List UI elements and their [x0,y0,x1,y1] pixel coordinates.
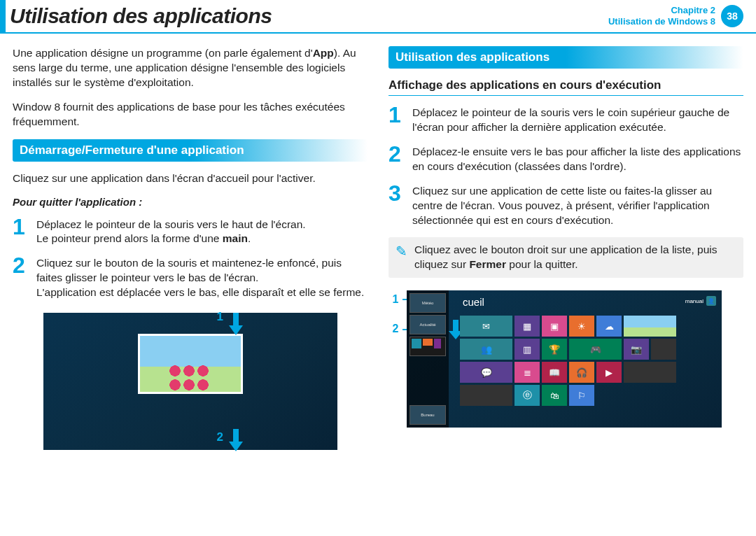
tile-games: 🎮 [569,339,622,360]
tile-mail: ✉ [460,316,512,337]
tile-desktop [624,316,676,337]
right-screenshot: Météo Actualité Bureau cueil manual 👤 ✉ … [407,290,722,428]
right-step-2: 2 Déplacez-le ensuite vers le bas pour a… [388,145,743,174]
step-text: Déplacez-le ensuite vers le bas pour aff… [412,145,743,174]
chapter-block: Chapitre 2 Utilisation de Windows 8 [608,5,715,28]
step-text: Cliquez sur une application de cette lis… [412,184,743,228]
app-switcher: Météo Actualité Bureau [407,290,449,428]
right-callouts: 1 2 [388,290,402,335]
left-step-1: 1 Déplacez le pointeur de la souris vers… [13,218,368,247]
callout-2: 2 [388,323,402,335]
step-number: 1 [13,218,29,237]
step-text: Déplacez le pointeur de la souris vers l… [412,106,743,135]
page-number-badge: 38 [721,5,743,27]
left-column: Une application désigne un programme (on… [13,46,368,450]
tile-blank [651,339,676,360]
tile-news: ≣ [514,362,540,383]
tile-camera: 📷 [624,339,649,360]
callout-1: 1 [388,293,402,306]
tile-skydrive: ☁ [596,316,622,337]
user-name: manual [685,298,704,304]
tile-calendar: ▦ [514,316,540,337]
note-text: Cliquez avec le bouton droit sur une app… [414,243,736,272]
tile-weather: ☀ [569,316,594,337]
tile-blank [460,385,512,406]
callout-1: 1 [217,310,223,324]
switcher-thumb: Météo [410,293,446,313]
left-step-2: 2 Cliquez sur le bouton de la souris et … [13,256,368,300]
tile-sport: 🏆 [542,339,567,360]
page-body: Une application désigne un programme (on… [0,34,756,456]
click-instruction: Cliquez sur une application dans l'écran… [13,171,368,186]
tile-reader: 📖 [542,362,567,383]
left-screenshot: 1 2 [43,313,337,450]
right-column: Utilisation des applications Affichage d… [388,46,743,450]
app-thumbnail [138,334,243,394]
step-number: 1 [388,106,405,125]
tile-video: ▶ [596,362,622,383]
chapter-line-1: Chapitre 2 [608,5,715,16]
switcher-thumb [410,337,446,356]
page-header: Utilisation des applications Chapitre 2 … [0,0,756,34]
start-tiles: ✉ ▦ ▣ ☀ ☁ 👥 ▥ 🏆 🎮 📷 💬 ≣ 📖 🎧 ▶ [460,316,676,406]
right-step-1: 1 Déplacez le pointeur de la souris vers… [388,106,743,135]
intro-paragraph-2: Window 8 fournit des applications de bas… [13,100,368,129]
step-text: Cliquez sur le bouton de la souris et ma… [36,256,368,300]
right-step-3: 3 Cliquez sur une application de cette l… [388,184,743,228]
arrow-down-icon [229,429,243,453]
step-number: 2 [13,256,29,275]
section-heading-start-close: Démarrage/Fermeture d'une application [13,139,368,162]
step-text: Déplacez le pointeur de la souris vers l… [36,218,368,247]
start-screen-title: cueil [463,296,484,308]
tile-photos: ▣ [542,316,567,337]
tile-messaging: 💬 [460,362,512,383]
tile-finance: ▥ [514,339,540,360]
user-block: manual 👤 [685,296,716,306]
section-heading-using-apps: Utilisation des applications [388,46,743,69]
subsection-running-apps: Affichage des applications en cours d'ex… [388,78,743,96]
tile-maps: ⚐ [569,385,594,406]
callout-2: 2 [217,430,223,444]
tile-music: 🎧 [569,362,594,383]
chapter-line-2: Utilisation de Windows 8 [608,16,715,27]
user-icon: 👤 [706,296,716,306]
note-icon: ✎ [396,244,407,258]
step-number: 2 [388,145,405,164]
arrow-down-icon [229,313,243,337]
tile-store: 🛍 [542,385,567,406]
tile-blank [624,362,676,383]
note-box: ✎ Cliquez avec le bouton droit sur une a… [388,237,743,278]
tile-ie: ⓔ [514,385,540,406]
tile-people: 👥 [460,339,512,360]
header-meta: Chapitre 2 Utilisation de Windows 8 38 [608,5,743,28]
quit-heading: Pour quitter l'application : [13,196,368,208]
switcher-thumb: Bureau [410,405,446,425]
switcher-thumb: Actualité [410,315,446,334]
accent-stripe [0,0,6,32]
page-title: Utilisation des applications [10,4,272,28]
intro-paragraph-1: Une application désigne un programme (on… [13,46,368,90]
right-screenshot-wrap: 1 2 Météo Actualité Bureau cueil manual … [388,290,743,428]
step-number: 3 [388,184,405,203]
